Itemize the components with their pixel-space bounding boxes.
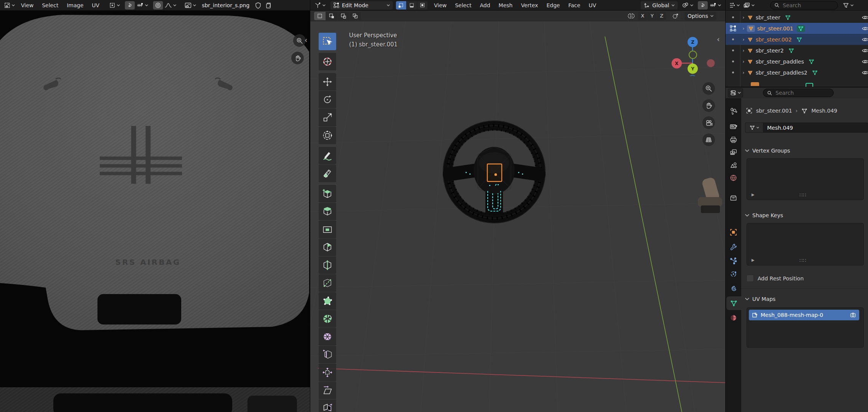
outliner-row-active[interactable]: › sbr_steer.001 xyxy=(726,23,868,34)
viewport-sidebar-collapse-arrow[interactable]: ‹ xyxy=(717,36,720,43)
viewport-zoom-button[interactable] xyxy=(702,82,715,95)
restriction-dot[interactable] xyxy=(732,49,734,51)
gizmo-y-axis[interactable]: Y xyxy=(688,64,698,74)
pivot-point-button[interactable] xyxy=(680,1,695,10)
restriction-dot[interactable] xyxy=(732,38,734,40)
list-expand-play-icon[interactable]: ▶ xyxy=(752,192,755,197)
viewport-camera-button[interactable] xyxy=(702,116,715,129)
tab-collection[interactable] xyxy=(726,191,741,205)
vertex-groups-panel-header[interactable]: Vertex Groups xyxy=(745,148,790,154)
properties-search[interactable] xyxy=(763,89,834,97)
tab-physics[interactable] xyxy=(726,267,741,281)
viewport-ortho-grid-button[interactable] xyxy=(702,134,715,146)
options-dropdown[interactable]: Options xyxy=(685,12,716,20)
uv-sidebar-collapse-arrow[interactable]: ‹ xyxy=(305,37,308,44)
tab-modifiers[interactable] xyxy=(726,240,741,254)
tool-annotate[interactable] xyxy=(319,147,336,164)
uv-menu-view[interactable]: View xyxy=(17,0,38,11)
uv-canvas[interactable]: SRS AIRBAG ‹ xyxy=(0,11,310,412)
list-expand-play-icon[interactable]: ▶ xyxy=(752,258,755,262)
tool-move[interactable] xyxy=(319,73,336,91)
render-camera-icon[interactable] xyxy=(850,312,857,318)
face-select-button[interactable] xyxy=(417,1,428,10)
vp-menu-view[interactable]: View xyxy=(430,0,451,11)
tool-transform[interactable] xyxy=(319,127,336,144)
tab-render[interactable] xyxy=(726,119,741,133)
select-intersect-button[interactable] xyxy=(349,12,361,20)
select-subtract-button[interactable] xyxy=(338,12,349,20)
vp-menu-vertex[interactable]: Vertex xyxy=(517,0,542,11)
gizmo-x-axis[interactable]: X xyxy=(672,58,682,68)
tab-particles[interactable] xyxy=(726,254,741,267)
tab-object[interactable] xyxy=(726,225,741,239)
uv-editor-type-button[interactable] xyxy=(2,1,17,10)
hide-eye-icon[interactable] xyxy=(862,25,868,32)
expand-arrow[interactable]: › xyxy=(740,59,747,64)
tool-scale[interactable] xyxy=(319,109,336,126)
snap-settings-button[interactable] xyxy=(708,1,723,10)
vp-menu-uv[interactable]: UV xyxy=(584,0,600,11)
uv-snap-toggle[interactable] xyxy=(125,1,135,10)
viewport-pan-button[interactable] xyxy=(702,99,715,112)
tab-scene[interactable] xyxy=(726,158,741,172)
outliner-row[interactable]: › sbr_steer xyxy=(726,12,868,23)
properties-editor-type-button[interactable] xyxy=(728,88,743,97)
mirror-y-button[interactable]: Y xyxy=(648,12,657,20)
edge-select-button[interactable] xyxy=(407,1,417,10)
tool-inset-faces[interactable] xyxy=(319,221,336,238)
outliner-display-mode-button[interactable] xyxy=(742,1,756,10)
vp-menu-mesh[interactable]: Mesh xyxy=(495,0,517,11)
tool-add-cube[interactable] xyxy=(319,185,336,202)
hide-eye-icon[interactable] xyxy=(862,59,868,65)
mirror-z-button[interactable]: Z xyxy=(657,12,666,20)
select-extend-button[interactable] xyxy=(326,12,337,20)
shape-keys-panel-header[interactable]: Shape Keys xyxy=(745,212,783,218)
snap-base-button[interactable] xyxy=(670,12,681,20)
expand-arrow[interactable]: › xyxy=(740,26,747,31)
uv-snap-settings-button[interactable] xyxy=(135,1,150,10)
outliner-search-input[interactable] xyxy=(782,2,822,9)
breadcrumb-object[interactable]: sbr_steer.001 xyxy=(756,108,792,114)
vp-menu-select[interactable]: Select xyxy=(451,0,475,11)
tool-rip-region[interactable] xyxy=(319,399,336,412)
tool-rotate[interactable] xyxy=(319,91,336,108)
hide-eye-icon[interactable] xyxy=(862,70,868,76)
outliner-search[interactable] xyxy=(770,1,838,10)
tool-cursor[interactable] xyxy=(319,53,336,70)
image-browse-button[interactable] xyxy=(183,1,198,10)
outliner-filter-button[interactable] xyxy=(841,1,855,10)
uv-menu-select[interactable]: Select xyxy=(38,0,62,11)
tab-material[interactable] xyxy=(726,311,741,325)
uv-map-row-selected[interactable]: Mesh_088-mesh-map-0 xyxy=(749,310,859,320)
tool-shrink-fatten[interactable] xyxy=(319,364,336,381)
shape-keys-list[interactable]: ▶ ∷∷ xyxy=(747,223,864,266)
mode-dropdown[interactable]: Edit Mode xyxy=(330,1,393,10)
restriction-dot[interactable] xyxy=(732,16,734,18)
tool-bevel[interactable] xyxy=(319,239,336,256)
vp-menu-edge[interactable]: Edge xyxy=(542,0,564,11)
vertex-select-button[interactable] xyxy=(396,1,406,10)
list-resize-grip[interactable]: ∷∷ xyxy=(799,192,807,198)
tool-smooth[interactable] xyxy=(319,328,336,345)
restriction-dot[interactable] xyxy=(732,72,734,73)
tool-select-box[interactable] xyxy=(319,33,336,50)
mesh-name-input[interactable]: Mesh.049 xyxy=(763,122,868,133)
uv-proportional-toggle[interactable] xyxy=(153,1,163,10)
uv-pan-button[interactable] xyxy=(291,52,304,64)
tab-output[interactable] xyxy=(726,133,741,146)
snap-toggle[interactable] xyxy=(698,1,708,10)
select-set-button[interactable] xyxy=(314,12,326,20)
gizmo-z-axis[interactable]: Z xyxy=(688,37,698,47)
tab-world[interactable] xyxy=(726,171,741,185)
mirror-x-button[interactable]: X xyxy=(638,12,647,20)
breadcrumb-data[interactable]: Mesh.049 xyxy=(811,108,837,114)
outliner-row[interactable]: › sbr_steer_paddles2 xyxy=(726,67,868,78)
add-rest-position-checkbox[interactable] xyxy=(747,275,754,282)
tool-poly-build[interactable] xyxy=(319,292,336,310)
hide-eye-icon[interactable] xyxy=(862,37,868,43)
navigation-gizmo[interactable]: Z X Y xyxy=(668,23,718,76)
hide-eye-icon[interactable] xyxy=(862,14,868,21)
expand-arrow[interactable]: › xyxy=(740,37,747,42)
tab-object-data[interactable] xyxy=(726,296,741,310)
tab-view-layer[interactable] xyxy=(726,145,741,159)
